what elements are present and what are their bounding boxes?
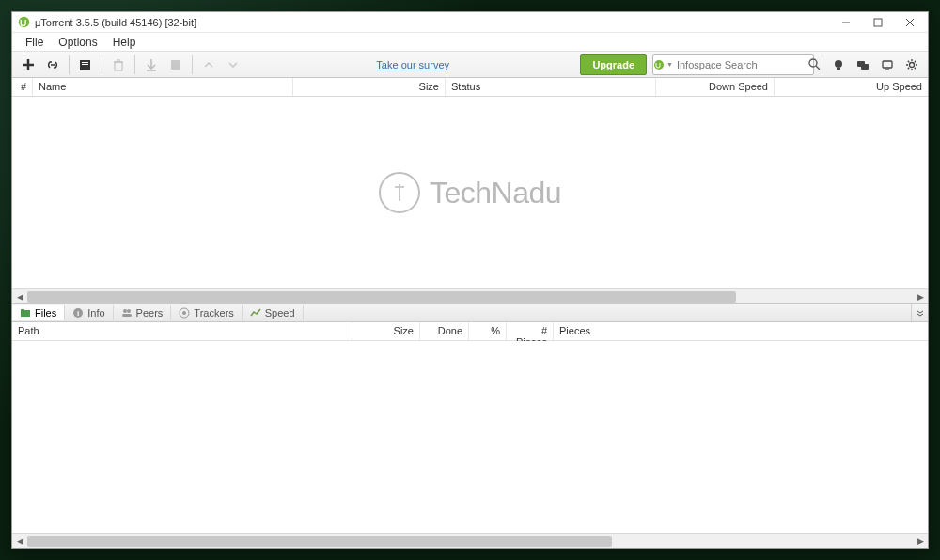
menu-help[interactable]: Help [107,35,142,50]
svg-rect-22 [861,64,869,70]
svg-rect-7 [80,60,90,70]
col-down-speed[interactable]: Down Speed [656,78,775,96]
col-pieces[interactable]: Pieces [554,322,928,340]
upgrade-button[interactable]: Upgrade [580,54,647,75]
svg-rect-43 [122,314,132,317]
lightbulb-icon[interactable] [827,54,850,76]
maximize-button[interactable] [862,13,894,32]
remove-button[interactable] [107,54,130,76]
scroll-right-icon[interactable]: ▶ [913,534,928,549]
minimize-button[interactable] [830,13,862,32]
svg-rect-8 [82,62,88,63]
search-dropdown-icon[interactable]: ▼ [665,61,675,68]
peers-icon [121,307,133,319]
trackers-icon [179,307,190,319]
svg-point-17 [809,59,817,67]
start-button[interactable] [140,54,163,76]
tab-collapse-icon[interactable] [911,304,928,321]
file-scrollbar[interactable]: ◀ ▶ [12,533,928,548]
svg-line-18 [816,66,820,70]
create-torrent-button[interactable] [74,54,97,76]
col-path[interactable]: Path [12,322,352,340]
torrent-list[interactable]: TechNadu [12,97,928,288]
tab-files[interactable]: Files [12,305,65,320]
detail-tabs: Files iInfo Peers Trackers Speed [12,303,928,322]
scroll-left-icon[interactable]: ◀ [12,289,27,304]
svg-line-30 [908,60,909,61]
svg-point-25 [910,62,915,67]
search-input[interactable] [675,59,808,70]
svg-rect-38 [21,309,24,311]
move-up-button[interactable] [197,54,220,76]
toolbar-separator [192,55,193,74]
utorrent-icon [18,16,30,28]
scroll-left-icon[interactable]: ◀ [12,534,27,549]
svg-rect-10 [115,62,122,70]
add-torrent-button[interactable] [17,54,39,76]
tab-info[interactable]: iInfo [65,305,113,320]
toolbar-separator [134,55,135,74]
col-percent[interactable]: % [469,322,507,340]
app-window: µTorrent 3.5.5 (build 45146) [32-bit] Fi… [11,11,929,549]
speed-icon [250,307,261,319]
col-up-speed[interactable]: Up Speed [775,78,928,96]
svg-point-19 [835,60,842,68]
stop-button[interactable] [164,54,187,76]
remote-icon[interactable] [876,54,899,76]
col-status[interactable]: Status [446,78,656,96]
file-list[interactable] [12,341,928,533]
svg-rect-37 [21,310,30,317]
svg-line-32 [908,67,909,68]
toolbar: Take our survey Upgrade ▼ [12,52,928,78]
col-done[interactable]: Done [420,322,469,340]
torrent-scrollbar[interactable]: ◀ ▶ [12,288,928,303]
svg-point-45 [182,311,186,315]
settings-icon[interactable] [901,54,923,76]
file-list-header[interactable]: Path Size Done % # Pieces Pieces [12,322,928,341]
col-size[interactable]: Size [293,78,446,96]
svg-rect-15 [171,60,180,70]
scroll-track[interactable] [27,535,913,548]
col-name[interactable]: Name [33,78,293,96]
svg-rect-20 [837,68,840,70]
watermark: TechNadu [379,172,561,213]
scroll-thumb[interactable] [27,536,612,547]
svg-rect-9 [82,64,88,65]
window-title: µTorrent 3.5.5 (build 45146) [32-bit] [35,17,196,28]
menubar: File Options Help [12,33,928,52]
svg-point-42 [127,309,131,313]
svg-point-41 [123,309,127,313]
info-icon: i [72,307,84,319]
menu-options[interactable]: Options [53,35,102,50]
svg-rect-23 [883,61,892,68]
svg-line-31 [915,67,916,68]
svg-rect-2 [874,19,882,26]
col-file-size[interactable]: Size [352,322,420,340]
col-num-pieces[interactable]: # Pieces [507,322,554,340]
torrent-list-header[interactable]: # Name Size Status Down Speed Up Speed [12,78,928,97]
add-url-button[interactable] [41,54,64,76]
scroll-track[interactable] [27,290,913,303]
search-icon[interactable] [808,58,821,70]
col-num[interactable]: # [12,78,33,96]
menu-file[interactable]: File [20,35,49,50]
titlebar[interactable]: µTorrent 3.5.5 (build 45146) [32-bit] [12,12,928,33]
toolbar-separator [822,55,822,74]
close-button[interactable] [894,13,926,32]
folder-icon [20,307,31,319]
svg-line-33 [915,60,916,61]
search-provider-icon[interactable] [653,59,665,70]
scroll-thumb[interactable] [27,291,736,303]
tab-trackers[interactable]: Trackers [171,305,242,320]
svg-text:i: i [77,309,79,318]
tab-speed[interactable]: Speed [243,305,304,320]
move-down-button[interactable] [222,54,244,76]
tab-peers[interactable]: Peers [114,305,172,320]
scroll-right-icon[interactable]: ▶ [913,289,928,304]
toolbar-separator [69,55,70,74]
toolbar-separator [102,55,102,74]
search-box[interactable]: ▼ [652,54,814,75]
survey-link[interactable]: Take our survey [376,59,449,70]
chat-icon[interactable] [852,54,874,76]
